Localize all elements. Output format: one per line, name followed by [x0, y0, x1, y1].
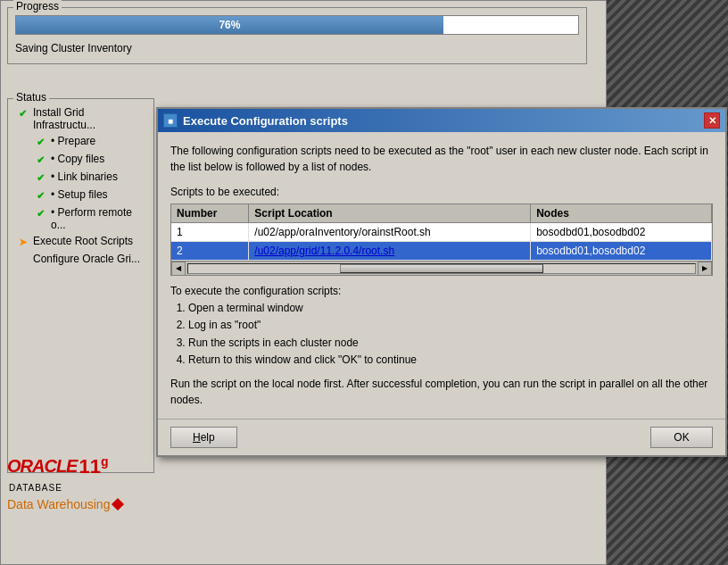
modal-window-icon: ■ [163, 113, 178, 128]
modal-body: The following configuration scripts need… [158, 132, 725, 419]
modal-title-left: ■ Execute Configuration scripts [163, 113, 348, 128]
row-number: 2 [171, 242, 249, 261]
help-button-label: Help [193, 431, 215, 444]
instruction-item: Return to this window and click "OK" to … [188, 352, 713, 369]
scrollbar-track [187, 263, 696, 274]
table-row[interactable]: 2 /u02/app/grid/11.2.0.4/root.sh bosodbd… [171, 242, 712, 261]
horizontal-scrollbar[interactable]: ◀ ▶ [171, 261, 712, 275]
modal-title-text: Execute Configuration scripts [183, 114, 348, 128]
modal-overlay: ■ Execute Configuration scripts ✕ The fo… [0, 0, 728, 565]
instruction-item: Run the scripts in each cluster node [188, 335, 713, 352]
col-nodes: Nodes [531, 204, 712, 223]
row-script-location: /u02/app/oraInventory/orainstRoot.sh [249, 223, 531, 242]
row-nodes: bosodbd01,bosodbd02 [531, 223, 712, 242]
modal-titlebar: ■ Execute Configuration scripts ✕ [158, 109, 725, 132]
script-link[interactable]: /u02/app/grid/11.2.0.4/root.sh [254, 245, 394, 257]
instructions: To execute the configuration scripts: Op… [170, 283, 713, 369]
ok-button[interactable]: OK [650, 427, 713, 448]
scripts-table-container: Number Script Location Nodes 1 /u02/app/… [170, 204, 713, 276]
scroll-left-button[interactable]: ◀ [171, 262, 186, 276]
instruction-item: Open a terminal window [188, 300, 713, 317]
row-number: 1 [171, 223, 249, 242]
scripts-label: Scripts to be executed: [170, 186, 713, 198]
scrollbar-thumb[interactable] [340, 264, 542, 273]
run-script-note: Run the script on the local node first. … [170, 376, 713, 408]
instruction-item: Log in as "root" [188, 317, 713, 334]
col-script-location: Script Location [249, 204, 531, 223]
table-row[interactable]: 1 /u02/app/oraInventory/orainstRoot.sh b… [171, 223, 712, 242]
scripts-table: Number Script Location Nodes 1 /u02/app/… [171, 204, 712, 261]
underline-h: H [193, 431, 201, 444]
help-button[interactable]: Help [170, 427, 237, 448]
col-number: Number [171, 204, 249, 223]
instructions-list: Open a terminal window Log in as "root" … [188, 300, 713, 369]
execute-config-scripts-dialog: ■ Execute Configuration scripts ✕ The fo… [156, 107, 727, 457]
ok-button-label: OK [674, 431, 689, 444]
modal-icon-char: ■ [168, 116, 173, 126]
row-nodes: bosodbd01,bosodbd02 [531, 242, 712, 261]
instructions-title: To execute the configuration scripts: [170, 283, 713, 300]
modal-footer: Help OK [158, 419, 725, 455]
modal-close-button[interactable]: ✕ [704, 112, 720, 129]
row-script-location: /u02/app/grid/11.2.0.4/root.sh [249, 242, 531, 261]
modal-description: The following configuration scripts need… [170, 143, 713, 175]
table-header-row: Number Script Location Nodes [171, 204, 712, 223]
scroll-right-button[interactable]: ▶ [698, 262, 712, 276]
